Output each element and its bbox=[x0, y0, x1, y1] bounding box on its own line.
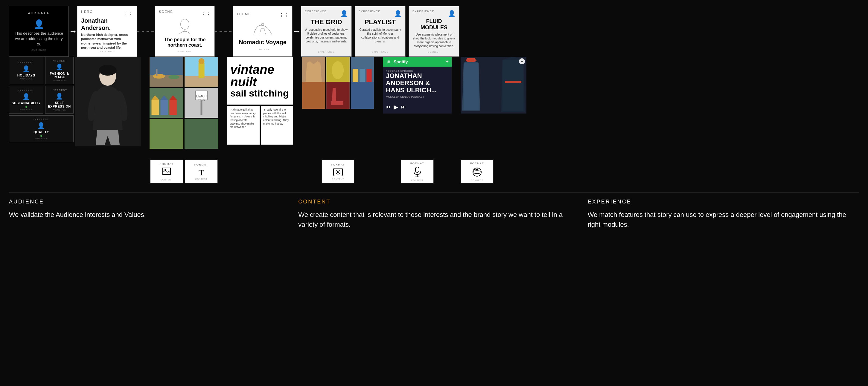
theme-text-col: vintane nuilt sail stitching "A vintage … bbox=[227, 57, 293, 145]
exp-grid-name: THE GRID bbox=[310, 18, 342, 26]
spotify-play-icon[interactable]: ▶ bbox=[394, 103, 398, 110]
exp-grid-label: EXPERIENCE bbox=[305, 10, 327, 17]
format-image-cards: FORMAT CONTENT FORMAT bbox=[150, 160, 218, 183]
quote-boxes: "A vintage quilt that has been in my fam… bbox=[227, 106, 293, 145]
audience-label: AUDIENCE bbox=[28, 11, 50, 15]
svg-rect-12 bbox=[185, 76, 218, 86]
spotify-next-icon[interactable]: ⏭ bbox=[401, 104, 406, 110]
exp-playlist-footer: EXPERIENCE bbox=[372, 51, 388, 53]
format-text-label: FORMAT bbox=[194, 163, 208, 166]
format-image-wrap: FORMAT CONTENT FORMAT bbox=[150, 157, 218, 183]
hero-content-label: CONTENT bbox=[100, 50, 114, 53]
format-img-content: CONTENT bbox=[161, 179, 173, 181]
theme-name: Nomadic Voyage bbox=[239, 39, 286, 46]
format-video-label: FORMAT bbox=[331, 163, 345, 166]
int-q-label: INTEREST bbox=[33, 118, 49, 121]
interest-column: INTEREST 👤 HOLIDAYS AUDIENCE INTEREST 👤 … bbox=[9, 57, 72, 144]
hero-description: Northern Irish designer, cross pollinate… bbox=[81, 33, 133, 49]
int-fashion-aud: AUDIENCE bbox=[53, 79, 66, 81]
mosaic-green bbox=[150, 119, 183, 149]
format-mic-card: FORMAT CONTENT bbox=[401, 160, 434, 183]
bottom-experience-desc: We match features that story can use to … bbox=[588, 210, 859, 230]
format-text-card: FORMAT T CONTENT bbox=[185, 160, 218, 183]
scene-sketch-icon bbox=[173, 19, 197, 36]
image-format-icon bbox=[162, 168, 171, 175]
int-holidays-aud: AUDIENCE bbox=[20, 78, 33, 80]
mosaic-coast bbox=[185, 57, 218, 86]
svg-rect-35 bbox=[366, 69, 372, 82]
exp-fluid-label: EXPERIENCE bbox=[412, 10, 434, 17]
format-video-icon bbox=[333, 168, 343, 177]
svg-rect-36 bbox=[302, 82, 325, 109]
top-flow: AUDIENCE 👤 This describes the audience w… bbox=[9, 6, 859, 57]
int-sus-aud: AUDIENCE bbox=[20, 108, 33, 110]
hero-name: Jonathan Anderson. bbox=[81, 17, 133, 31]
svg-point-31 bbox=[332, 61, 344, 79]
mosaic-huts bbox=[150, 88, 183, 118]
svg-point-5 bbox=[99, 65, 117, 76]
scene-description: The people for the northern coast. bbox=[159, 37, 211, 48]
int-sus-label: INTEREST bbox=[19, 89, 34, 92]
person-silhouette-svg bbox=[81, 58, 134, 145]
bottom-content-title-highlight: T bbox=[326, 199, 331, 205]
svg-rect-20 bbox=[169, 100, 177, 115]
experience-grid-card: EXPERIENCE 👤 THE GRID A responsive mood … bbox=[301, 6, 352, 57]
video-icon-svg bbox=[333, 168, 343, 176]
mic-icon-svg bbox=[413, 167, 422, 177]
rotate-icon-svg bbox=[472, 167, 483, 177]
grid-exp-col bbox=[302, 57, 374, 106]
svg-point-0 bbox=[181, 19, 189, 29]
spotify-card: Spotify + PODCAST EPISODE JONATHAN ANDER… bbox=[383, 57, 452, 113]
exp-playlist-icon: 👤 bbox=[394, 10, 402, 17]
svg-rect-16 bbox=[152, 100, 159, 115]
spotify-add-icon[interactable]: + bbox=[445, 59, 448, 65]
spotify-content: PODCAST EPISODE JONATHAN ANDERSON & HANS… bbox=[383, 67, 452, 103]
format-360-card: FORMAT CONNECT bbox=[461, 160, 494, 183]
audience-card: AUDIENCE 👤 This describes the audience w… bbox=[9, 6, 69, 57]
scene-menu-icon: ⋮⋮ bbox=[201, 10, 211, 16]
interest-quality: INTEREST 👤 QUALITY AUDIENCE bbox=[9, 115, 73, 142]
int-se-name: SELF EXPRESSION bbox=[48, 101, 71, 108]
svg-text:BEACH: BEACH bbox=[196, 95, 206, 98]
scene-content-label: CONTENT bbox=[178, 50, 192, 53]
format-360-label: FORMAT bbox=[470, 162, 484, 165]
mood-yellow-obj bbox=[326, 57, 349, 84]
theme-headline: vintane nuilt bbox=[230, 63, 290, 89]
spotify-logo: Spotify bbox=[386, 59, 408, 65]
hero-menu-icon: ⋮⋮ bbox=[124, 10, 133, 16]
exp-grid-footer: EXPERIENCE bbox=[318, 51, 334, 53]
svg-rect-38 bbox=[351, 82, 374, 109]
playlist-exp-col: Spotify + PODCAST EPISODE JONATHAN ANDER… bbox=[383, 57, 452, 113]
dashed-connector-2 bbox=[215, 31, 233, 32]
svg-point-57 bbox=[473, 171, 481, 174]
spotify-prev-icon[interactable]: ⏮ bbox=[386, 104, 391, 110]
svg-rect-34 bbox=[360, 69, 365, 82]
mosaic-sign: BEACH TOYS bbox=[185, 88, 218, 118]
bottom-experience-title: EXPERIENCE bbox=[588, 199, 859, 205]
mosaic-grid: BEACH TOYS bbox=[150, 57, 218, 149]
svg-rect-13 bbox=[198, 63, 205, 78]
audience-icon: 👤 bbox=[34, 19, 44, 29]
int-sus-dot bbox=[25, 106, 27, 108]
spotify-top-bar: Spotify + bbox=[383, 57, 452, 67]
bottom-content-desc: We create content that is relevant to th… bbox=[298, 210, 569, 230]
svg-point-8 bbox=[153, 74, 165, 78]
mood-coat bbox=[302, 57, 325, 84]
int-holidays-label: INTEREST bbox=[19, 61, 34, 64]
quote-box-1: "A vintage quilt that has been in my fam… bbox=[227, 106, 259, 145]
mood-huts-dark bbox=[351, 57, 374, 84]
int-sus-icon: 👤 bbox=[23, 93, 30, 100]
mosaic-cell-3 bbox=[150, 88, 183, 118]
mood-warm bbox=[302, 82, 325, 109]
dashed-connector-1 bbox=[137, 31, 155, 32]
format-img-label: FORMAT bbox=[160, 163, 174, 166]
hero-label: HERO bbox=[81, 10, 93, 13]
int-holidays-icon: 👤 bbox=[23, 65, 30, 72]
fluid-image: + bbox=[461, 57, 526, 113]
flow-arrow-2: → bbox=[292, 27, 301, 36]
spotify-logo-text: Spotify bbox=[394, 60, 408, 64]
exp-fluid-icon: 👤 bbox=[448, 10, 456, 17]
format-360-icon bbox=[472, 167, 483, 179]
theme-card: THEME ⋮⋮ Nomadic Voyage CONTENT bbox=[233, 6, 292, 57]
audience-description: This describes the audience we are addre… bbox=[13, 31, 65, 47]
